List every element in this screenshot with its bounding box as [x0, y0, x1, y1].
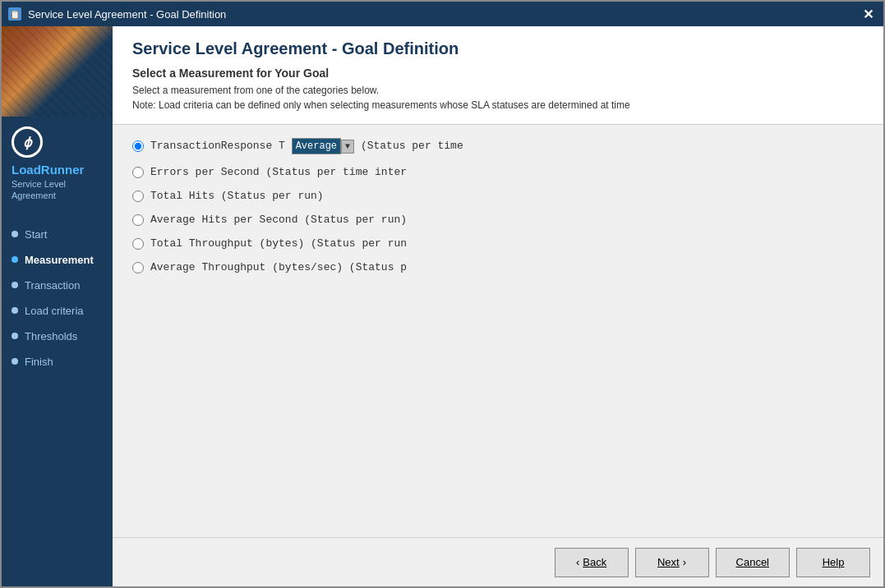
- main-window: 📋 Service Level Agreement - Goal Definit…: [0, 0, 885, 588]
- radio-label-opt2: Errors per Second (Status per time inter: [150, 166, 407, 178]
- sidebar-nav: Start Measurement Transaction Load crite…: [2, 222, 113, 374]
- nav-dot-load-criteria: [12, 307, 18, 314]
- section-title: Select a Measurement for Your Goal: [132, 67, 864, 80]
- sidebar-image: [2, 26, 113, 117]
- radio-item-opt5[interactable]: Total Throughput (bytes) (Status per run: [132, 237, 864, 250]
- radio-label-opt3: Total Hits (Status per run): [150, 190, 324, 202]
- sidebar-item-measurement[interactable]: Measurement: [2, 247, 113, 273]
- back-arrow-icon: ‹: [576, 556, 579, 568]
- sidebar-item-load-criteria[interactable]: Load criteria: [2, 298, 113, 324]
- content-area: Service Level Agreement - Goal Definitio…: [113, 26, 883, 586]
- sidebar: ϕ LoadRunner Service Level Agreement Sta…: [2, 26, 113, 586]
- radio-item-opt6[interactable]: Average Throughput (bytes/sec) (Status p: [132, 261, 864, 273]
- help-label: Help: [823, 556, 845, 568]
- radio-item-opt1[interactable]: TransactionResponse T Average▼ (Status p…: [132, 138, 864, 154]
- radio-item-opt2[interactable]: Errors per Second (Status per time inter: [132, 166, 864, 178]
- next-label: Next: [657, 556, 680, 568]
- radio-label-opt6: Average Throughput (bytes/sec) (Status p: [150, 261, 407, 273]
- note-text: Note: Load criteria can be defined only …: [132, 99, 864, 111]
- sidebar-item-transaction[interactable]: Transaction: [2, 273, 113, 298]
- title-bar-left: 📋 Service Level Agreement - Goal Definit…: [8, 7, 226, 21]
- average-dropdown-value: Average: [292, 138, 341, 154]
- radio-section: TransactionResponse T Average▼ (Status p…: [113, 125, 883, 537]
- back-button[interactable]: ‹ Back: [555, 548, 629, 577]
- sidebar-item-label-thresholds: Thresholds: [25, 330, 77, 342]
- back-label: Back: [583, 556, 606, 568]
- main-content: ϕ LoadRunner Service Level Agreement Sta…: [2, 26, 883, 586]
- sidebar-item-label-measurement: Measurement: [25, 254, 94, 266]
- title-bar-text: Service Level Agreement - Goal Definitio…: [28, 8, 226, 21]
- sidebar-item-thresholds[interactable]: Thresholds: [2, 324, 113, 349]
- help-button[interactable]: Help: [796, 548, 870, 577]
- average-dropdown-arrow[interactable]: ▼: [341, 140, 354, 154]
- radio-item-opt4[interactable]: Average Hits per Second (Status per run): [132, 214, 864, 226]
- radio-label-opt4: Average Hits per Second (Status per run): [150, 214, 407, 226]
- footer-buttons: ‹ Back Next › Cancel Help: [113, 537, 883, 586]
- brand-name: LoadRunner: [12, 163, 84, 177]
- radio-label-opt5: Total Throughput (bytes) (Status per run: [150, 237, 407, 250]
- description-text: Select a measurement from one of the cat…: [132, 85, 864, 96]
- window-icon: 📋: [8, 7, 21, 21]
- radio-opt4[interactable]: [132, 214, 144, 226]
- sidebar-subtitle: Service Level Agreement: [12, 178, 66, 202]
- radio-opt6[interactable]: [132, 262, 144, 273]
- close-button[interactable]: ✕: [860, 7, 877, 22]
- nav-dot-start: [12, 231, 18, 237]
- sidebar-item-label-transaction: Transaction: [25, 279, 80, 292]
- cancel-label: Cancel: [736, 556, 769, 568]
- nav-dot-finish: [12, 358, 18, 365]
- radio-opt3[interactable]: [132, 191, 144, 202]
- nav-dot-thresholds: [12, 333, 18, 339]
- sidebar-logo: ϕ LoadRunner Service Level Agreement: [2, 117, 113, 209]
- page-title: Service Level Agreement - Goal Definitio…: [132, 39, 864, 58]
- sidebar-item-finish[interactable]: Finish: [2, 349, 113, 374]
- hp-logo: ϕ: [12, 126, 43, 158]
- nav-dot-measurement: [12, 256, 18, 263]
- sidebar-item-label-load-criteria: Load criteria: [25, 305, 84, 317]
- sidebar-item-label-start: Start: [25, 228, 47, 241]
- radio-label-opt1: TransactionResponse T Average▼ (Status p…: [150, 138, 463, 154]
- radio-opt2[interactable]: [132, 167, 144, 178]
- cancel-button[interactable]: Cancel: [716, 548, 790, 577]
- sidebar-item-label-finish: Finish: [25, 356, 53, 368]
- content-header: Service Level Agreement - Goal Definitio…: [113, 26, 883, 125]
- title-bar: 📋 Service Level Agreement - Goal Definit…: [2, 2, 883, 26]
- next-button[interactable]: Next ›: [635, 548, 709, 577]
- radio-item-opt3[interactable]: Total Hits (Status per run): [132, 190, 864, 202]
- radio-opt5[interactable]: [132, 238, 144, 250]
- sidebar-item-start[interactable]: Start: [2, 222, 113, 247]
- radio-opt1[interactable]: [132, 140, 144, 152]
- nav-dot-transaction: [12, 282, 18, 288]
- next-arrow-icon: ›: [683, 556, 686, 568]
